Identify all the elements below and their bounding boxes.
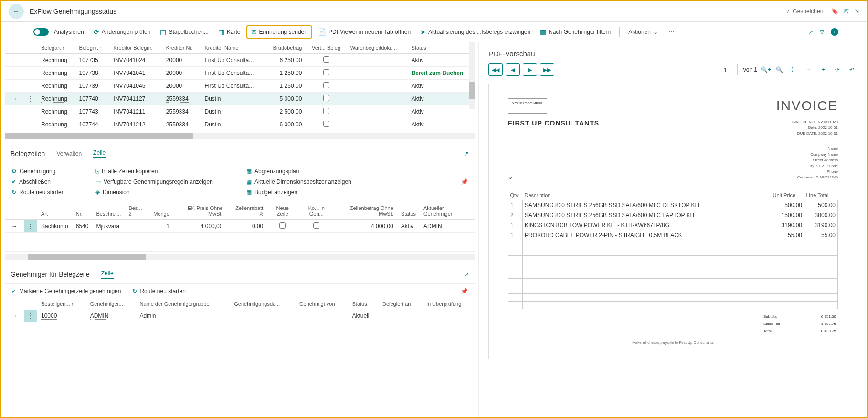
row-menu[interactable]: ⋮ [24, 220, 37, 233]
table-row[interactable]: Rechnung 107744 INV7041212 2559334 Dusti… [5, 118, 475, 131]
col-line-amount[interactable]: Zeilenbetrag Ohne MwSt. [335, 202, 397, 220]
col-goods-doc[interactable]: Warenbegleitdoku... [347, 42, 408, 54]
force-update-button[interactable]: ➤Aktualisierung des ...fsbelegs erzwinge… [416, 26, 534, 38]
pdf-new-tab-button[interactable]: 📄PDf-Viewer in neuem Tab öffnen [314, 26, 414, 38]
first-page-button[interactable]: ◀◀ [488, 63, 503, 76]
table-row[interactable]: → ⋮ Rechnung 107740 INV7041127 2559334 D… [5, 93, 475, 105]
col-desc[interactable]: Beschrei... [92, 202, 125, 220]
analyze-toggle[interactable]: Analysieren [30, 26, 88, 38]
col-ko-gen[interactable]: Ko... in Gen... [298, 202, 335, 220]
col-gross[interactable]: Bruttobetrag [265, 42, 306, 54]
row-menu[interactable] [24, 118, 37, 131]
tab-line[interactable]: Zeile [101, 270, 114, 279]
pin-icon[interactable]: 📌 [461, 288, 468, 294]
batch-book-button[interactable]: ▤Stapelbuchen... [156, 26, 212, 38]
send-reminder-button[interactable]: ✉Erinnerung senden [246, 25, 312, 39]
col-creditor-no[interactable]: Kreditor Nr. [162, 42, 201, 54]
approval-button[interactable]: ⚙Genehmigung [11, 168, 88, 175]
conf-check[interactable] [323, 69, 329, 75]
approve-marked-button[interactable]: ✓Markierte Genehmigerzeile genehmigen [11, 288, 121, 294]
col-new-line[interactable]: Neue Zeile [267, 202, 298, 220]
col-status[interactable]: Status [397, 202, 420, 220]
pin-icon[interactable]: 📌 [461, 178, 468, 185]
table-row[interactable]: Rechnung 107735 INV7041024 20000 First U… [5, 54, 475, 67]
copy-all-button[interactable]: ⎘In alle Zeilen kopieren [95, 168, 239, 175]
col-conf-doc[interactable]: Vert... Beleg [306, 42, 347, 54]
col-status[interactable]: Status [408, 42, 475, 54]
col-unit-price[interactable]: EK-Preis Ohne MwSt. [173, 202, 227, 220]
conf-check[interactable] [323, 121, 329, 127]
col-group-name[interactable]: Name der Genehmigergruppe [136, 298, 230, 310]
horizontal-scrollbar[interactable] [5, 254, 475, 260]
more-icon[interactable]: ⋯ [668, 29, 674, 35]
filter-approver-button[interactable]: ▥Nach Genehmiger filtern [536, 26, 614, 38]
col-approver[interactable]: Genehmiger... [86, 298, 136, 310]
conf-check[interactable] [323, 82, 329, 88]
zoom-out-icon[interactable]: 🔍- [774, 64, 786, 75]
dim-owners-button[interactable]: ▦Aktuelle Dimensionsbesitzer anzeigen [246, 178, 380, 185]
col-approved-by[interactable]: Genehmigt von [296, 298, 349, 310]
tab-manage[interactable]: Verwalten [56, 150, 82, 157]
conf-check[interactable] [323, 108, 329, 114]
share-icon[interactable]: ↗ [464, 271, 469, 278]
actions-dropdown[interactable]: Aktionen⌄ [625, 27, 662, 37]
col-doc-no[interactable]: Belegnr. ↑ [75, 42, 110, 54]
col-creditor-name[interactable]: Kreditor Name [201, 42, 265, 54]
line-row[interactable]: → ⋮ Sachkonto 6540 Mjukvara 1 4 000,00 0… [5, 220, 475, 233]
conf-check[interactable] [323, 56, 329, 63]
plus-icon[interactable]: + [817, 64, 829, 75]
approver-row[interactable]: → ⋮ 10000 ADMIN Admin Aktuell [5, 310, 475, 322]
ko-gen-check[interactable] [313, 222, 319, 229]
col-type[interactable]: Art [37, 202, 72, 220]
restart-route-button[interactable]: ↻Route neu starten [132, 288, 185, 294]
table-row[interactable]: Rechnung 107739 INV7041045 20000 First U… [5, 80, 475, 93]
col-order[interactable]: Bestellgen... ↑ [37, 298, 86, 310]
restart-route-button[interactable]: ↻Route neu starten [11, 189, 88, 196]
filter-pane-icon[interactable]: ▽ [820, 29, 824, 35]
check-changes-button[interactable]: ⟳Änderungen prüfen [90, 26, 155, 38]
minus-icon[interactable]: − [803, 64, 815, 75]
share-icon[interactable]: ↗ [808, 29, 813, 35]
prev-page-button[interactable]: ◀ [506, 63, 520, 76]
row-menu[interactable] [24, 54, 37, 67]
vertical-scrollbar[interactable] [469, 42, 475, 109]
next-page-button[interactable]: ▶ [523, 63, 537, 76]
refresh-icon[interactable]: ⟳ [832, 64, 843, 75]
col-in-review[interactable]: In Überprüfung [423, 298, 475, 310]
fit-icon[interactable]: ⛶ [789, 64, 800, 75]
col-discount[interactable]: Zeilenrabatt % [226, 202, 267, 220]
col-approval-date[interactable]: Genehmigungsda... [230, 298, 296, 310]
back-button[interactable]: ← [9, 4, 24, 19]
row-menu[interactable]: ⋮ [24, 93, 37, 105]
last-page-button[interactable]: ▶▶ [540, 63, 554, 76]
col-status[interactable]: Status [349, 298, 379, 310]
new-line-check[interactable] [279, 222, 286, 229]
no-link[interactable]: 6540 [76, 223, 89, 230]
horizontal-scrollbar[interactable] [5, 133, 475, 139]
toggle-switch[interactable] [33, 28, 49, 36]
col-doc-type[interactable]: Belegart ↑ [37, 42, 75, 54]
row-menu[interactable]: ⋮ [24, 310, 37, 322]
table-row[interactable]: Rechnung 107738 INV7041041 20000 First U… [5, 67, 475, 80]
col-delegated[interactable]: Delegiert an [379, 298, 423, 310]
row-menu[interactable] [24, 80, 37, 93]
col-qty[interactable]: Menge [149, 202, 173, 220]
row-menu[interactable] [24, 67, 37, 80]
bookmark-icon[interactable]: 🔖 [831, 8, 838, 15]
info-icon[interactable]: i [831, 28, 838, 36]
page-input[interactable] [714, 64, 738, 75]
show-rules-button[interactable]: ▭Verfügbare Genehmigungsregeln anzeigen [95, 178, 239, 185]
dimension-button[interactable]: ◈Dimension [95, 189, 239, 196]
col-creditor-doc-no[interactable]: Kreditor Belegnr. [110, 42, 162, 54]
row-menu[interactable] [24, 105, 37, 118]
col-approver[interactable]: Aktueller Genehmiger [420, 202, 475, 220]
table-row[interactable]: Rechnung 107743 INV7041211 2559334 Dusti… [5, 105, 475, 118]
popout-icon[interactable]: ⇱ [844, 8, 849, 15]
order-link[interactable]: 10000 [41, 313, 57, 320]
share-icon[interactable]: ↗ [464, 150, 469, 157]
conf-check[interactable] [323, 95, 329, 101]
accrual-button[interactable]: ▦Abgrenzungsplan [246, 168, 380, 175]
collapse-icon[interactable]: ⇲ [855, 8, 859, 15]
budget-button[interactable]: ▦Budget anzeigen [246, 189, 380, 196]
col-no[interactable]: Nr. [72, 202, 93, 220]
